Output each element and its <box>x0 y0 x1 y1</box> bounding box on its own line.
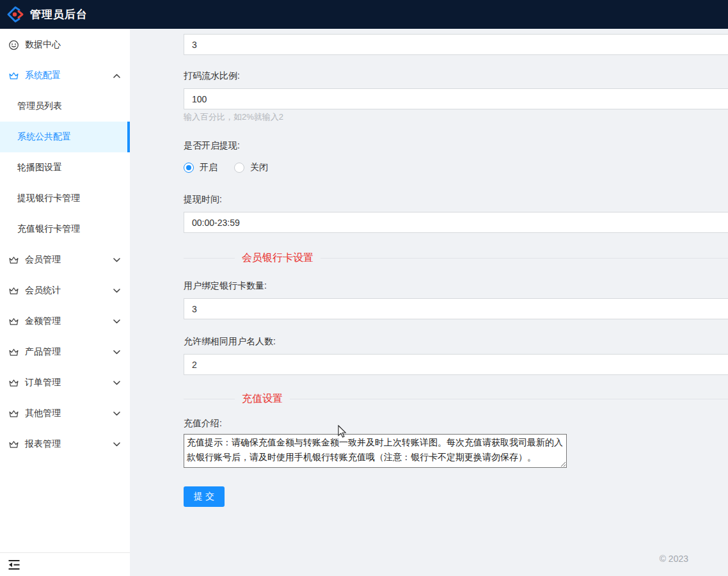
sidebar-footer <box>0 552 130 576</box>
sidebar-item-order-management[interactable]: 订单管理 <box>0 367 130 398</box>
section-divider-recharge: 充值设置 <box>184 392 728 406</box>
radio-checked-icon <box>184 163 194 173</box>
sidebar-subitem-system-public-config[interactable]: 系统公共配置 <box>0 122 130 152</box>
sidebar-subitem-label: 充值银行卡管理 <box>17 223 80 235</box>
sidebar-item-label: 金额管理 <box>25 316 113 327</box>
sidebar-subitem-label: 管理员列表 <box>17 100 62 112</box>
sidebar: 数据中心 系统配置 管理员列表 系统公共配置 轮播图设置 提现银行卡管理 充值银… <box>0 29 130 576</box>
bind-card-count-label: 用户绑定银行卡数量: <box>184 281 728 290</box>
sidebar-subitem-label: 轮播图设置 <box>17 162 62 173</box>
crown-icon <box>8 378 19 388</box>
sidebar-item-member-management[interactable]: 会员管理 <box>0 244 130 275</box>
submit-button[interactable]: 提 交 <box>184 486 225 507</box>
withdraw-enable-label: 是否开启提现: <box>184 141 728 150</box>
sidebar-item-label: 会员统计 <box>25 285 113 296</box>
main-content: 打码流水比例: 输入百分比，如2%就输入2 是否开启提现: 开启 关闭 提现时间… <box>130 29 728 576</box>
divider-line <box>290 399 728 399</box>
crown-icon <box>8 439 19 450</box>
crown-icon <box>8 347 19 358</box>
top-number-input[interactable] <box>184 34 728 55</box>
app-header: 管理员后台 <box>0 0 728 29</box>
section-title-member-bankcard: 会员银行卡设置 <box>235 251 320 265</box>
recharge-intro-textarea[interactable]: 充值提示：请确保充值金额与转账金额一致并及时上次转账详图。每次充值请获取我司最新… <box>184 434 567 468</box>
divider-line <box>184 258 235 259</box>
sidebar-subitem-carousel-settings[interactable]: 轮播图设置 <box>0 152 130 183</box>
dama-ratio-hint: 输入百分比，如2%就输入2 <box>184 113 728 121</box>
chevron-down-icon <box>113 256 121 264</box>
sidebar-menu: 数据中心 系统配置 管理员列表 系统公共配置 轮播图设置 提现银行卡管理 充值银… <box>0 29 130 460</box>
radio-option-label: 关闭 <box>250 162 268 173</box>
app-title: 管理员后台 <box>30 7 88 22</box>
chevron-down-icon <box>113 440 121 448</box>
sidebar-subitem-withdraw-bankcard[interactable]: 提现银行卡管理 <box>0 183 130 214</box>
crown-icon <box>8 285 19 296</box>
sidebar-item-other-management[interactable]: 其他管理 <box>0 398 130 429</box>
sidebar-item-system-config[interactable]: 系统配置 <box>0 60 130 91</box>
withdraw-time-label: 提现时间: <box>184 195 728 204</box>
chevron-down-icon <box>113 348 121 356</box>
sidebar-item-report-management[interactable]: 报表管理 <box>0 429 130 460</box>
chevron-up-icon <box>113 72 121 79</box>
chevron-down-icon <box>113 317 121 325</box>
bind-card-count-input[interactable] <box>184 298 728 319</box>
sidebar-item-label: 订单管理 <box>25 377 113 388</box>
section-title-recharge: 充值设置 <box>235 392 290 406</box>
radio-unchecked-icon <box>234 163 244 173</box>
diamond-gem-logo-icon <box>6 6 24 24</box>
withdraw-enable-radio-group: 开启 关闭 <box>184 162 728 173</box>
system-config-form: 打码流水比例: 输入百分比，如2%就输入2 是否开启提现: 开启 关闭 提现时间… <box>130 29 728 507</box>
section-divider-member-bankcard: 会员银行卡设置 <box>184 251 728 265</box>
sidebar-subitem-recharge-bankcard[interactable]: 充值银行卡管理 <box>0 214 130 244</box>
radio-option-label: 开启 <box>200 162 218 173</box>
sidebar-item-label: 系统配置 <box>25 70 113 81</box>
sidebar-subitem-label: 系统公共配置 <box>17 131 71 143</box>
sidebar-item-data-center[interactable]: 数据中心 <box>0 29 130 60</box>
sidebar-subitem-label: 提现银行卡管理 <box>17 193 80 204</box>
sidebar-item-member-statistics[interactable]: 会员统计 <box>0 275 130 306</box>
withdraw-time-input[interactable] <box>184 212 728 233</box>
chevron-down-icon <box>113 287 121 294</box>
chevron-down-icon <box>113 379 121 387</box>
sidebar-item-label: 其他管理 <box>25 408 113 419</box>
crown-icon <box>8 316 19 327</box>
crown-icon <box>8 255 19 266</box>
chevron-down-icon <box>113 410 121 417</box>
recharge-intro-label: 充值介绍: <box>184 419 728 428</box>
dama-ratio-label: 打码流水比例: <box>184 71 728 80</box>
sidebar-subitem-admin-list[interactable]: 管理员列表 <box>0 91 130 122</box>
crown-icon <box>8 408 19 419</box>
same-username-count-input[interactable] <box>184 354 728 375</box>
sidebar-item-amount-management[interactable]: 金额管理 <box>0 306 130 337</box>
radio-option-open[interactable]: 开启 <box>184 162 218 173</box>
same-username-count-label: 允许绑相同用户名人数: <box>184 337 728 346</box>
sidebar-item-label: 数据中心 <box>25 39 121 51</box>
sidebar-item-label: 会员管理 <box>25 254 113 266</box>
sidebar-item-label: 报表管理 <box>25 438 113 450</box>
radio-option-close[interactable]: 关闭 <box>234 162 268 173</box>
copyright: © 2023 <box>660 554 688 564</box>
sidebar-item-label: 产品管理 <box>25 346 113 358</box>
menu-fold-icon[interactable] <box>8 559 20 570</box>
sidebar-item-product-management[interactable]: 产品管理 <box>0 337 130 367</box>
divider-line <box>184 399 235 399</box>
dama-ratio-input[interactable] <box>184 88 728 109</box>
smile-icon <box>8 40 19 51</box>
divider-line <box>320 258 728 259</box>
crown-icon <box>8 70 19 81</box>
